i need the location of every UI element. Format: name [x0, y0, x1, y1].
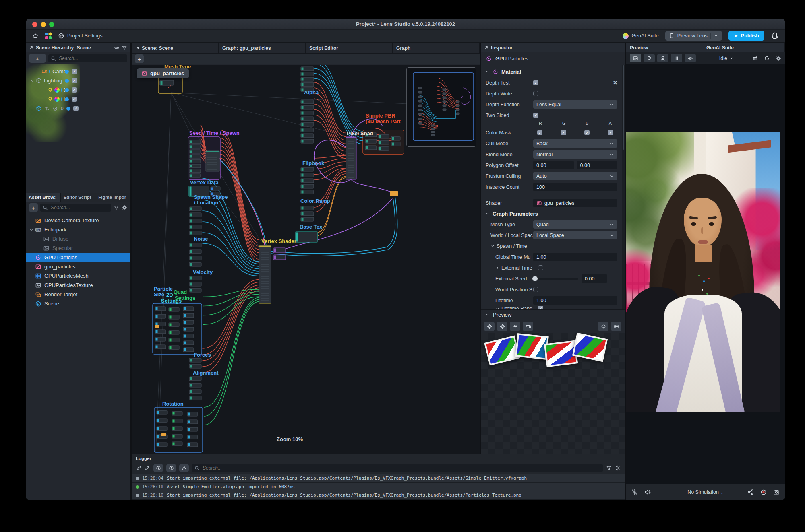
graph-node[interactable]	[443, 109, 446, 111]
clear-on-run-icon[interactable]	[145, 465, 150, 471]
graph-node[interactable]	[259, 245, 271, 303]
checkbox[interactable]	[533, 287, 538, 292]
inspector-scrollbar[interactable]	[622, 65, 625, 309]
slider[interactable]	[533, 278, 578, 280]
asset-item-scene[interactable]: Scene	[26, 299, 130, 308]
visibility-checkbox[interactable]: ✓	[72, 97, 77, 102]
project-settings-button[interactable]: Project Settings	[58, 33, 103, 39]
pin-icon[interactable]	[29, 45, 34, 50]
asset-tab-asset-brow-[interactable]: Asset Brow:	[26, 193, 61, 202]
graph-node[interactable]	[418, 109, 422, 111]
gear-icon[interactable]	[615, 465, 621, 471]
checkbox[interactable]: ✓	[537, 130, 542, 135]
checkbox[interactable]	[538, 265, 543, 270]
grid-toggle-button[interactable]	[611, 322, 621, 331]
graph-node[interactable]	[161, 433, 166, 436]
checkbox[interactable]: ✓	[561, 130, 566, 135]
material-section-header[interactable]: Material	[481, 66, 622, 77]
graph-node[interactable]	[456, 105, 459, 107]
person-mode-button[interactable]	[657, 54, 668, 62]
add-object-button[interactable]: +	[29, 54, 46, 63]
share-icon[interactable]	[747, 489, 754, 495]
graph-node[interactable]	[456, 109, 459, 111]
maximize-window-button[interactable]	[49, 22, 54, 27]
checkbox[interactable]: ✓	[608, 130, 613, 135]
asset-tab-editor-script[interactable]: Editor Script	[61, 193, 96, 202]
enabled-dot[interactable]	[65, 88, 69, 92]
error-filter-toggle[interactable]	[166, 464, 176, 472]
graph-node[interactable]	[443, 105, 446, 107]
add-asset-button[interactable]: +	[29, 203, 38, 212]
asset-item-diffuse[interactable]: Diffuse	[26, 234, 130, 243]
filter-funnel-icon[interactable]	[606, 465, 612, 471]
hierarchy-item-lighting[interactable]: Lighting✓	[26, 76, 80, 85]
visibility-checkbox[interactable]: ✓	[72, 87, 77, 93]
snapchat-ghost-icon[interactable]	[771, 32, 779, 40]
asset-item-gpu-particles[interactable]: gpu_particles	[26, 262, 130, 271]
hierarchy-search-input[interactable]	[48, 54, 127, 62]
graph-node[interactable]	[418, 118, 422, 120]
asset-item-echopark[interactable]: HDREchopark	[26, 225, 130, 234]
eye-toggle-button[interactable]	[685, 54, 696, 62]
microphone-muted-icon[interactable]	[631, 489, 638, 495]
warning-filter-toggle[interactable]	[179, 464, 189, 472]
material-preview-canvas[interactable]	[481, 333, 625, 454]
value-input[interactable]: 0.00	[533, 161, 574, 169]
asset-item-device-camera-texture[interactable]: Device Camera Texture	[26, 216, 130, 225]
filter-funnel-icon[interactable]	[114, 205, 119, 210]
camera-preview-viewport[interactable]	[626, 64, 785, 483]
hierarchy-item-gpu-particles[interactable]: GPU Particles0✓	[26, 104, 80, 113]
graph-node[interactable]	[443, 97, 446, 99]
gear-icon[interactable]	[122, 205, 127, 210]
enabled-dot[interactable]	[65, 70, 69, 74]
chevron-down-icon[interactable]	[714, 33, 718, 38]
pause-button[interactable]	[671, 54, 682, 62]
image-mode-button[interactable]	[630, 54, 641, 62]
hierarchy-item-envmap[interactable]: Envmap✓	[26, 85, 80, 95]
environment-light-button[interactable]	[484, 322, 495, 331]
dropdown[interactable]: Quad	[533, 220, 617, 229]
asset-item-gpuparticlesmesh[interactable]: GPUParticlesMesh	[26, 271, 130, 280]
tab-preview[interactable]: Preview	[626, 43, 702, 52]
visibility-checkbox[interactable]: ✓	[73, 106, 79, 111]
graph-node[interactable]	[431, 134, 435, 136]
value-input[interactable]: 1.00	[533, 253, 617, 261]
enabled-dot[interactable]	[65, 97, 69, 101]
asset-item-gpu-particles[interactable]: GPU Particles	[26, 253, 130, 262]
graph-node[interactable]	[418, 96, 422, 98]
graph-node[interactable]	[295, 232, 318, 242]
value-input[interactable]: 100	[533, 183, 617, 191]
visibility-checkbox[interactable]: ✓	[72, 78, 77, 83]
graph-node[interactable]	[418, 100, 422, 102]
asset-item-gpuparticlestexture[interactable]: GPUParticlesTexture	[26, 280, 130, 290]
speaker-icon[interactable]	[644, 489, 651, 495]
snapshot-camera-icon[interactable]	[773, 489, 780, 495]
tab-scene-scene[interactable]: Scene: Scene	[132, 43, 219, 53]
hierarchy-item-camera-object[interactable]: Camera Object✓	[26, 67, 80, 76]
graph-node[interactable]	[431, 131, 435, 133]
logger-search-input[interactable]	[192, 464, 603, 472]
tab-graph-gpu-particles[interactable]: Graph: gpu_particles	[219, 43, 306, 53]
graph-node[interactable]	[456, 113, 459, 115]
graph-node[interactable]	[418, 87, 422, 89]
enabled-dot[interactable]	[65, 79, 69, 83]
dropdown[interactable]: Back	[533, 139, 617, 148]
graph-node[interactable]	[418, 105, 422, 107]
restart-icon[interactable]	[764, 55, 770, 61]
shader-reference[interactable]: gpu_particles	[533, 199, 617, 207]
graph-node[interactable]	[390, 191, 398, 196]
hierarchy-item-light[interactable]: Light✓	[26, 95, 80, 104]
graph-node[interactable]	[456, 101, 459, 103]
filter-funnel-icon[interactable]	[122, 45, 127, 51]
swap-camera-icon[interactable]	[752, 55, 758, 61]
dropdown[interactable]: Auto	[533, 172, 617, 180]
asset-search-input[interactable]	[40, 204, 111, 212]
dropdown[interactable]: Less Equal	[533, 100, 617, 109]
tab-genai-suite[interactable]: GenAI Suite	[702, 43, 785, 52]
log-row[interactable]: 15:28:04Start importing external file: /…	[132, 474, 625, 482]
tab-script-editor[interactable]: Script Editor	[306, 43, 393, 53]
graph-node[interactable]	[418, 91, 422, 93]
checkbox[interactable]: ✓	[533, 80, 538, 85]
light-toggle-button[interactable]	[510, 322, 520, 331]
visibility-checkbox[interactable]: ✓	[72, 69, 77, 74]
